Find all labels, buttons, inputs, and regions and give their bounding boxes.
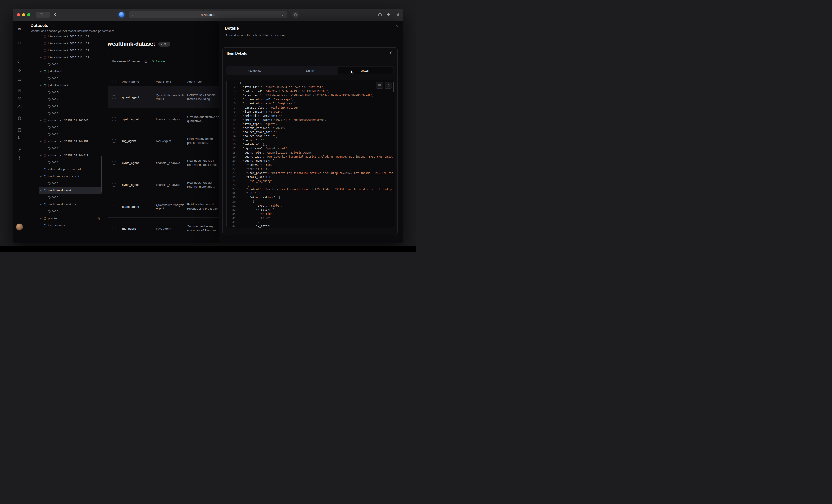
wrap-lines-button[interactable] xyxy=(376,82,383,88)
sidebar-toggle-button[interactable] xyxy=(36,11,50,18)
tree-item[interactable]: integration_test_20251211_122... xyxy=(39,47,102,54)
row-checkbox[interactable] xyxy=(112,205,116,208)
new-tab-button[interactable] xyxy=(386,12,391,17)
code-line: 2 "item_id": "01e5a1f5-b695-47c2-952e-d3… xyxy=(227,85,394,89)
tree-item[interactable]: private(1) xyxy=(39,215,102,222)
database-icon[interactable] xyxy=(17,77,22,81)
row-checkbox[interactable] xyxy=(112,161,116,165)
tree-item[interactable]: integration_test_20251211_122... xyxy=(39,33,102,40)
code-icon[interactable] xyxy=(17,48,22,53)
tree-item[interactable]: wealthink-agent-dataset xyxy=(39,173,102,180)
tree-item[interactable]: test-novaeval xyxy=(39,222,102,229)
archive-icon[interactable] xyxy=(17,88,22,92)
share-button[interactable] xyxy=(378,12,383,17)
key-icon[interactable] xyxy=(17,148,22,152)
delete-item-button[interactable] xyxy=(390,51,393,55)
code-line: 27 "content": "For Fineotex Chemical Lim… xyxy=(227,187,394,191)
select-all-checkbox[interactable] xyxy=(112,80,116,83)
git-branch-icon[interactable] xyxy=(17,136,22,140)
workflow-icon[interactable] xyxy=(17,60,22,64)
row-checkbox[interactable] xyxy=(112,95,116,99)
tree-version-item[interactable]: 0.0.2 xyxy=(39,75,102,82)
app-logo[interactable]: N xyxy=(12,27,26,30)
show-tabs-button[interactable] xyxy=(394,12,399,17)
minimize-window-button[interactable] xyxy=(22,13,25,16)
tag-icon xyxy=(48,161,52,164)
table-row[interactable]: rag_agentRAG AgentSummarize the key outc… xyxy=(108,218,224,240)
tree-scrollbar[interactable] xyxy=(101,156,102,192)
row-checkbox[interactable] xyxy=(112,227,116,230)
link-icon[interactable] xyxy=(17,68,22,73)
tree-version-item[interactable]: 0.0.5 xyxy=(39,89,102,96)
table-row[interactable]: quant_agentQuantitative Analysis AgentRe… xyxy=(108,86,224,108)
table-row[interactable]: synth_agentfinancial_analysisGive me qua… xyxy=(108,108,224,130)
cloud-icon[interactable] xyxy=(17,105,22,109)
clipboard-icon[interactable] xyxy=(17,128,22,132)
tree-item[interactable]: wealthink-dataset-trial xyxy=(39,201,102,208)
json-code-block[interactable]: 1{2 "item_id": "01e5a1f5-b695-47c2-952e-… xyxy=(226,80,395,228)
reload-icon[interactable] xyxy=(282,13,285,17)
tree-item[interactable]: scorer_test_20251105_144613 xyxy=(39,152,102,159)
table-row[interactable]: rag_agentRAG AgentRetrieve any recent pr… xyxy=(108,130,224,152)
card-title: Item Details xyxy=(227,52,247,56)
tree-version-item[interactable]: 0.0.2 xyxy=(39,180,102,187)
tree-item[interactable]: integration_test_20251211_122... xyxy=(39,54,102,61)
tree-version-item[interactable]: 0.0.2 xyxy=(39,124,102,131)
table-row[interactable]: synth_agentfinancial_analysisHow does ne… xyxy=(108,174,224,196)
tab-json[interactable]: JSON xyxy=(338,67,393,74)
code-line: 34 "Value" xyxy=(227,216,394,220)
tree-item[interactable]: judgellm-hf-test xyxy=(39,82,102,89)
tree-version-item[interactable]: 0.0.1 xyxy=(39,159,102,166)
tree-version-item[interactable]: 0.0.1 xyxy=(39,61,102,68)
code-scrollbar[interactable] xyxy=(393,82,394,92)
tree-item[interactable]: scorer_test_20251103_162945 xyxy=(39,117,102,124)
code-line: 24 "tools_used": [ xyxy=(227,175,394,179)
settings-icon[interactable] xyxy=(17,156,22,160)
browser-settings-button[interactable] xyxy=(292,11,298,18)
info-icon[interactable] xyxy=(144,60,148,63)
tree-version-item[interactable]: 0.0.4 xyxy=(39,96,102,103)
home-icon[interactable] xyxy=(17,40,22,45)
tree-item[interactable]: integration_test_20251211_122... xyxy=(39,40,102,47)
code-line: 15 "content": "", xyxy=(227,138,394,142)
copy-json-button[interactable] xyxy=(385,82,392,88)
back-button[interactable] xyxy=(53,12,58,17)
site-settings-icon[interactable] xyxy=(131,13,134,17)
tree-version-item[interactable]: 0.0.1 xyxy=(39,131,102,138)
forward-button[interactable] xyxy=(60,12,66,17)
layers-icon[interactable] xyxy=(17,96,22,101)
row-checkbox[interactable] xyxy=(112,139,116,143)
row-checkbox[interactable] xyxy=(112,117,116,121)
tree-version-item[interactable]: 0.0.2 xyxy=(39,194,102,201)
tree-version-item[interactable]: 0.0.1 xyxy=(39,145,102,152)
table-row[interactable]: quant_agentQuantitative Analysis AgentRe… xyxy=(108,196,224,218)
table-row[interactable]: synth_agentfinancial_analysisHow does ne… xyxy=(108,152,224,174)
code-line: 28 "data": { xyxy=(227,192,394,196)
column-agent-role[interactable]: Agent Role xyxy=(156,78,187,85)
tab-score[interactable]: Score xyxy=(282,67,338,74)
address-bar[interactable]: noveum.ai xyxy=(129,11,287,18)
user-avatar[interactable] xyxy=(16,224,23,230)
column-agent-task[interactable]: Agent Task xyxy=(187,78,224,85)
tree-version-item[interactable]: 0.0.3 xyxy=(39,103,102,110)
tree-item[interactable]: wealthink-dataset xyxy=(39,187,102,194)
agent-task-cell: Summarize the key outcomes of Fineotex..… xyxy=(187,223,224,234)
tab-overview[interactable]: Overview xyxy=(227,67,282,74)
tree-item[interactable]: shivam-deep-research-v1 xyxy=(39,166,102,173)
sidebar-collapse-icon[interactable] xyxy=(18,215,22,219)
row-checkbox[interactable] xyxy=(112,183,116,187)
close-window-button[interactable] xyxy=(17,13,20,16)
details-tabs: OverviewScoreJSON xyxy=(226,66,394,75)
code-line: 16 "metadata": {}, xyxy=(227,142,394,146)
agents-table: Agent Name Agent Role Agent Task quant_a… xyxy=(108,77,224,240)
tree-item[interactable]: judgellm-hf xyxy=(39,68,102,75)
chevron-down-icon xyxy=(40,218,44,220)
close-icon[interactable] xyxy=(396,24,399,28)
column-agent-name[interactable]: Agent Name xyxy=(122,78,156,85)
zoom-window-button[interactable] xyxy=(27,13,30,16)
tree-version-item[interactable]: 0.0.2 xyxy=(39,208,102,215)
star-icon[interactable] xyxy=(17,116,22,120)
tree-item[interactable]: scorer_test_20251105_144353 xyxy=(39,138,102,145)
extension-icon[interactable] xyxy=(119,12,124,18)
tree-version-item[interactable]: 0.0.2 xyxy=(39,110,102,117)
